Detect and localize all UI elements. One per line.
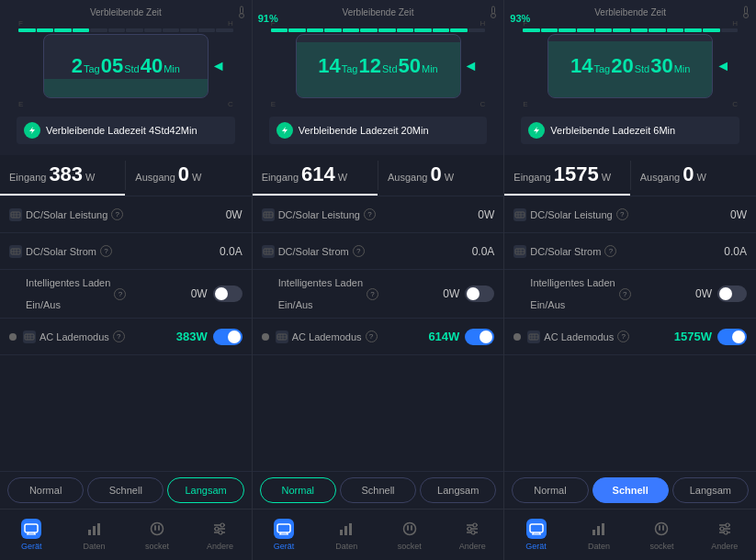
info-right: 0W	[226, 208, 243, 221]
svg-rect-15	[492, 6, 495, 14]
empty-icon	[513, 287, 526, 300]
help-icon[interactable]: ?	[619, 288, 631, 300]
svg-point-52	[152, 523, 164, 535]
toggle-switch[interactable]	[213, 286, 243, 302]
ladezeit-text: Verbleibende Ladezeit 20Min	[299, 125, 429, 136]
label-container: DC/Solar Leistung	[278, 209, 360, 220]
nav-item-gerät[interactable]: Gerät	[0, 510, 62, 560]
time-display: 14 Tag 12 Std 50 Min	[318, 54, 437, 78]
time-mins: 30	[650, 54, 672, 78]
eingang-value: 614	[301, 162, 335, 186]
info-right: 1575W	[674, 329, 747, 345]
info-label-group: DC/Solar Leistung ?	[513, 208, 627, 221]
help-icon[interactable]: ?	[111, 208, 123, 220]
mode-btn-0[interactable]: Normal	[512, 477, 588, 503]
ausgang-cell[interactable]: Ausgang 0 W	[631, 155, 756, 196]
info-label-text: Ein/Aus	[26, 299, 110, 310]
label-container: AC Lademodus	[292, 331, 362, 342]
time-days: 14	[570, 54, 592, 78]
time-display: 14 Tag 20 Std 30 Min	[570, 54, 690, 78]
info-row-3: AC Lademodus ? 614W	[253, 319, 504, 355]
time-mins: 40	[141, 54, 163, 78]
svg-rect-77	[530, 524, 543, 532]
info-label-group: DC/Solar Leistung ?	[262, 208, 376, 221]
nav-item-andere[interactable]: Andere	[188, 510, 251, 560]
ausgang-value: 0	[430, 162, 441, 186]
nav-item-gerät[interactable]: Gerät	[504, 510, 567, 560]
mode-btn-1[interactable]: Schnell	[340, 477, 416, 503]
info-label-text: Intelligentes Laden	[530, 277, 615, 288]
mode-btn-2[interactable]: Langsam	[420, 477, 496, 503]
help-icon[interactable]: ?	[364, 208, 376, 220]
mode-btn-0[interactable]: Normal	[260, 477, 336, 503]
info-value: 0W	[443, 287, 459, 300]
help-icon[interactable]: ?	[114, 288, 126, 300]
charge-arrow-icon: ◄	[211, 58, 226, 74]
svg-point-75	[468, 527, 471, 531]
nav-item-daten[interactable]: Daten	[315, 510, 378, 560]
toggle-switch[interactable]	[465, 286, 494, 302]
solar-icon	[513, 208, 526, 221]
ac-toggle[interactable]	[717, 329, 747, 345]
socket-icon	[147, 519, 167, 539]
info-label-text: Intelligentes Laden	[26, 277, 110, 288]
toggle-switch[interactable]	[717, 286, 747, 302]
ausgang-cell[interactable]: Ausgang 0 W	[378, 155, 503, 196]
time-hours-unit: Std	[124, 63, 140, 74]
help-icon[interactable]: ?	[100, 245, 112, 257]
eingang-cell[interactable]: Eingang 614 W	[253, 155, 378, 196]
panel-top: Verbleibende Zeit 93% F H 14 Tag	[504, 0, 756, 155]
svg-rect-83	[602, 523, 604, 535]
info-right: 383W	[176, 329, 243, 345]
nav-label: socket	[145, 542, 169, 551]
mode-btn-1[interactable]: Schnell	[87, 477, 164, 503]
help-icon[interactable]: ?	[113, 330, 125, 342]
ausgang-cell[interactable]: Ausgang 0 W	[126, 155, 251, 196]
mode-btn-2[interactable]: Langsam	[672, 477, 749, 503]
mode-btn-2[interactable]: Langsam	[167, 477, 243, 503]
nav-item-socket[interactable]: socket	[126, 510, 188, 560]
nav-item-andere[interactable]: Andere	[441, 510, 503, 560]
help-icon[interactable]: ?	[353, 245, 365, 257]
nav-item-daten[interactable]: Daten	[62, 510, 125, 560]
help-icon[interactable]: ?	[617, 330, 629, 342]
nav-item-socket[interactable]: socket	[630, 510, 693, 560]
chart-icon	[336, 519, 356, 539]
other-icon	[209, 519, 230, 539]
charge-arrow-icon: ◄	[716, 58, 730, 74]
nav-item-andere[interactable]: Andere	[694, 510, 756, 560]
nav-item-daten[interactable]: Daten	[568, 510, 630, 560]
ac-toggle[interactable]	[213, 329, 243, 345]
mode-btn-1[interactable]: Schnell	[592, 477, 669, 503]
nav-item-gerät[interactable]: Gerät	[253, 510, 315, 560]
help-icon[interactable]: ?	[616, 208, 628, 220]
socket-icon	[651, 519, 671, 539]
info-label-text: DC/Solar Leistung	[530, 209, 612, 220]
temp-icon	[489, 6, 498, 21]
help-icon[interactable]: ?	[367, 288, 378, 300]
ausgang-unit: W	[445, 172, 454, 183]
ladezeit-text: Verbleibende Ladezeit 6Min	[550, 125, 675, 136]
eingang-unit: W	[85, 172, 95, 183]
info-value: 0W	[478, 208, 494, 221]
ladezeit-bar: Verbleibende Ladezeit 4Std42Min	[17, 117, 235, 144]
svg-rect-82	[597, 526, 600, 535]
eingang-value: 1575	[554, 162, 599, 186]
eingang-cell[interactable]: Eingang 1575 W	[504, 155, 629, 196]
info-row-3: AC Lademodus ? 383W	[0, 319, 252, 355]
time-hours: 12	[359, 54, 381, 78]
eingang-cell[interactable]: Eingang 383 W	[0, 155, 125, 196]
info-label-text: AC Lademodus	[39, 331, 109, 342]
svg-rect-65	[340, 530, 343, 535]
svg-point-84	[656, 523, 668, 535]
nav-item-socket[interactable]: socket	[378, 510, 441, 560]
ausgang-label: Ausgang	[640, 172, 680, 183]
ac-toggle[interactable]	[465, 329, 494, 345]
device-icon	[21, 519, 41, 539]
help-icon[interactable]: ?	[366, 330, 378, 342]
svg-point-74	[473, 523, 477, 527]
help-icon[interactable]: ?	[604, 245, 616, 257]
info-label-group: Intelligentes LadenEin/Aus ?	[262, 277, 378, 310]
mode-btn-0[interactable]: Normal	[7, 477, 84, 503]
nav-section-3: Gerät Daten socket Andere	[504, 510, 756, 560]
